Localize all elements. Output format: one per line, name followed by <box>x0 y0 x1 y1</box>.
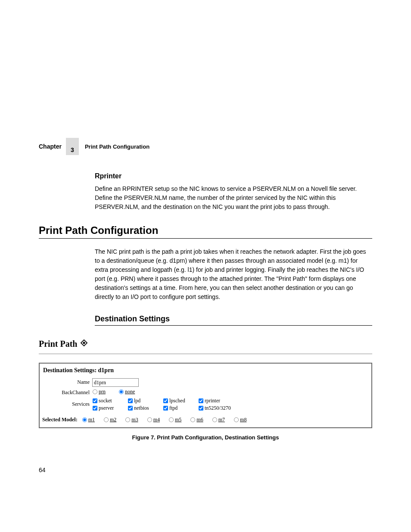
backchannel-radio-none[interactable] <box>119 389 124 394</box>
service-lpsched-label: lpsched <box>169 398 185 404</box>
service-ftpd-label: ftpd <box>169 405 177 411</box>
destination-settings-title: Destination Settings: d1prn <box>42 367 369 374</box>
model-m2-radio[interactable] <box>104 417 109 422</box>
services-row: Services socket lpd lpsched rprinter pse… <box>42 398 369 411</box>
chapter-number: 3 <box>71 146 74 153</box>
model-m7-radio[interactable] <box>212 417 217 422</box>
figure-caption: Figure 7. Print Path Configuration, Dest… <box>39 434 372 441</box>
rprinter-heading: Rprinter <box>95 172 372 180</box>
model-m5[interactable]: m5 <box>168 417 181 423</box>
rprinter-body: Define an RPRINTER setup so the NIC know… <box>95 184 372 212</box>
model-m3[interactable]: m3 <box>125 417 138 423</box>
backchannel-row: BackChannel prn none <box>42 389 369 396</box>
main-heading-rule <box>39 238 372 239</box>
selected-model-label: Selected Model: <box>42 417 78 423</box>
service-pserver-checkbox[interactable] <box>93 406 97 411</box>
page-number: 64 <box>39 467 372 473</box>
service-pserver[interactable]: pserver <box>92 405 128 411</box>
service-ftpd-checkbox[interactable] <box>163 406 168 411</box>
chapter-label: Chapter <box>39 143 62 150</box>
service-socket[interactable]: socket <box>92 398 128 404</box>
backchannel-option-none-label: none <box>125 389 135 395</box>
chapter-number-block: 3 <box>66 138 79 155</box>
service-netbios-checkbox[interactable] <box>128 406 133 411</box>
service-rprinter[interactable]: rprinter <box>198 398 239 404</box>
model-m8-radio[interactable] <box>234 417 239 422</box>
service-socket-label: socket <box>99 398 112 404</box>
service-lpsched-checkbox[interactable] <box>163 398 168 403</box>
figure-title: Print Path <box>39 339 77 349</box>
service-netbios[interactable]: netbios <box>128 405 163 411</box>
page-header: Chapter 3 Print Path Configuration <box>39 138 372 155</box>
service-socket-checkbox[interactable] <box>93 398 97 403</box>
backchannel-label: BackChannel <box>42 389 92 396</box>
backchannel-option-prn[interactable]: prn <box>92 389 116 395</box>
model-m8[interactable]: m8 <box>234 417 246 423</box>
model-m7-label: m7 <box>218 417 225 423</box>
model-m6-label: m6 <box>196 417 203 423</box>
model-m3-radio[interactable] <box>125 417 130 422</box>
service-ftpd[interactable]: ftpd <box>163 405 198 411</box>
selected-model-row: Selected Model: m1 m2 m3 m4 m5 m6 m7 m8 <box>42 417 369 423</box>
model-m6-radio[interactable] <box>190 417 195 422</box>
service-netbios-label: netbios <box>134 405 149 411</box>
backchannel-option-prn-label: prn <box>99 389 106 395</box>
model-m5-label: m5 <box>175 417 181 423</box>
service-tn5250[interactable]: tn5250/3270 <box>198 405 239 411</box>
model-m3-label: m3 <box>131 417 138 423</box>
model-m1-label: m1 <box>88 417 95 423</box>
service-rprinter-label: rprinter <box>205 398 220 404</box>
model-m5-radio[interactable] <box>169 417 174 422</box>
service-rprinter-checkbox[interactable] <box>199 398 203 403</box>
figure-rule <box>39 354 372 354</box>
name-input[interactable] <box>92 378 139 387</box>
figure: Print Path Destination Settings: d1prn N… <box>39 339 372 441</box>
chapter-indicator: Chapter 3 <box>39 138 79 155</box>
service-lpsched[interactable]: lpsched <box>163 398 198 404</box>
model-m1-radio[interactable] <box>82 417 87 422</box>
model-m1[interactable]: m1 <box>82 417 95 423</box>
name-row: Name <box>42 378 369 387</box>
model-m4-label: m4 <box>153 417 160 423</box>
figure-title-row: Print Path <box>39 339 372 349</box>
model-m6[interactable]: m6 <box>190 417 203 423</box>
dest-heading: Destination Settings <box>95 314 372 324</box>
main-body: The NIC print path is the path a print j… <box>95 247 372 302</box>
main-heading: Print Path Configuration <box>39 224 372 236</box>
service-lpd-checkbox[interactable] <box>128 398 133 403</box>
destination-settings-box: Destination Settings: d1prn Name BackCha… <box>39 363 372 428</box>
dest-heading-rule <box>95 325 372 326</box>
backchannel-radio-prn[interactable] <box>93 389 97 394</box>
model-m2[interactable]: m2 <box>103 417 116 423</box>
model-m4-radio[interactable] <box>147 417 152 422</box>
model-m4[interactable]: m4 <box>147 417 160 423</box>
backchannel-option-none[interactable]: none <box>118 389 142 395</box>
service-lpd-label: lpd <box>134 398 140 404</box>
service-tn5250-checkbox[interactable] <box>199 406 203 411</box>
service-pserver-label: pserver <box>99 405 114 411</box>
service-lpd[interactable]: lpd <box>128 398 163 404</box>
model-m7[interactable]: m7 <box>212 417 225 423</box>
header-title: Print Path Configuration <box>85 143 149 150</box>
service-tn5250-label: tn5250/3270 <box>205 405 231 411</box>
model-m2-label: m2 <box>110 417 116 423</box>
printpath-icon <box>80 339 88 349</box>
model-m8-label: m8 <box>240 417 246 423</box>
name-label: Name <box>42 378 92 386</box>
services-label: Services <box>42 398 92 408</box>
